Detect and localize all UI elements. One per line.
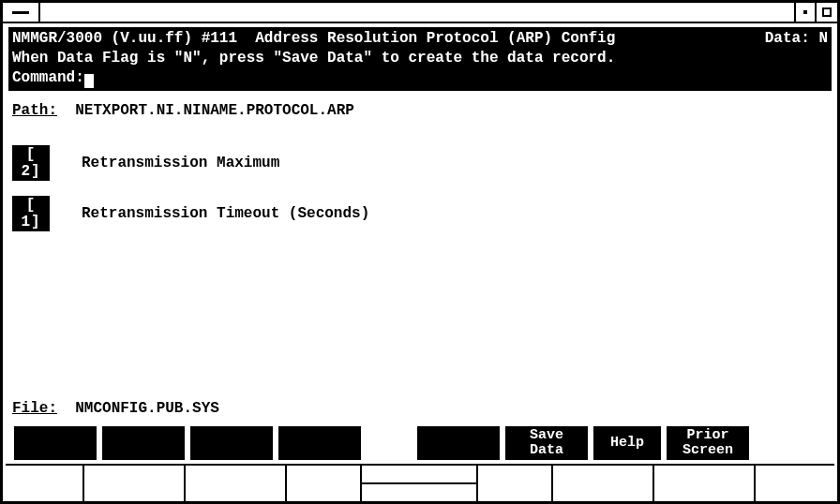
- cursor-icon: [84, 74, 94, 88]
- file-value: NMCONFIG.PUB.SYS: [75, 400, 219, 417]
- maximize-button[interactable]: [815, 3, 837, 22]
- header-hint: When Data Flag is "N", press "Save Data"…: [12, 49, 828, 68]
- softkey-f5[interactable]: [417, 426, 500, 460]
- screen-title: Address Resolution Protocol (ARP) Config: [255, 30, 615, 47]
- path-row: Path: NETXPORT.NI.NINAME.PROTOCOL.ARP: [8, 102, 832, 119]
- retrans-max-label: Retransmission Maximum: [82, 155, 279, 171]
- status-bar: [6, 464, 834, 501]
- field-row: [ 1] Retransmission Timeout (Seconds): [12, 196, 828, 231]
- softkey-f2[interactable]: [102, 426, 185, 460]
- titlebar: [3, 3, 837, 23]
- app-window: NMMGR/3000 (V.uu.ff) #111 Address Resolu…: [0, 0, 840, 504]
- softkey-f1[interactable]: [14, 426, 97, 460]
- softkey-f3[interactable]: [190, 426, 273, 460]
- header-block: NMMGR/3000 (V.uu.ff) #111 Address Resolu…: [8, 27, 832, 91]
- file-row: File: NMCONFIG.PUB.SYS: [8, 400, 832, 417]
- path-value: NETXPORT.NI.NINAME.PROTOCOL.ARP: [75, 102, 354, 119]
- softkey-help[interactable]: Help: [593, 426, 661, 460]
- minimize-button[interactable]: [794, 3, 815, 22]
- retrans-max-input[interactable]: [ 2]: [12, 145, 50, 181]
- file-label: File:: [12, 400, 57, 417]
- app-name: NMMGR/3000 (V.uu.ff) #111: [12, 30, 237, 47]
- path-label: Path:: [12, 102, 57, 119]
- data-flag: Data: N: [765, 29, 828, 49]
- softkey-f4[interactable]: [278, 426, 361, 460]
- softkey-save-data[interactable]: SaveData: [505, 426, 588, 460]
- softkey-prior-screen[interactable]: PriorScreen: [667, 426, 749, 460]
- softkey-row: SaveData Help PriorScreen: [8, 426, 832, 460]
- command-row[interactable]: Command:: [12, 68, 828, 88]
- retrans-timeout-label: Retransmission Timeout (Seconds): [82, 205, 369, 222]
- system-menu-button[interactable]: [3, 3, 40, 22]
- field-row: [ 2] Retransmission Maximum: [12, 145, 828, 181]
- retrans-timeout-input[interactable]: [ 1]: [12, 196, 50, 231]
